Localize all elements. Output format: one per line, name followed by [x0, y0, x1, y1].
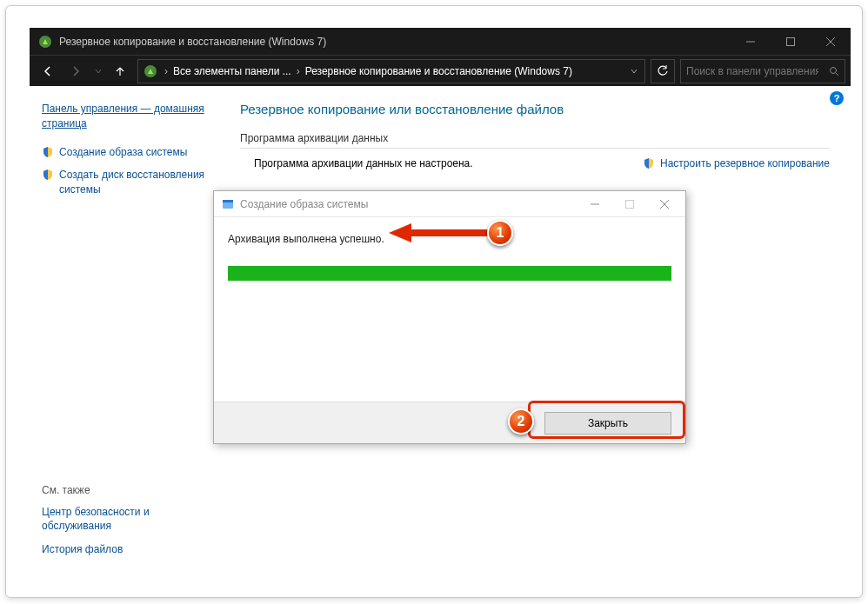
svg-rect-2 — [787, 37, 795, 45]
search-box[interactable] — [680, 59, 845, 83]
breadcrumb-icon — [144, 64, 157, 78]
svg-rect-9 — [223, 200, 233, 202]
shield-icon — [42, 146, 54, 158]
configure-backup-link[interactable]: Настроить резервное копирование — [643, 157, 830, 169]
forward-button[interactable] — [63, 59, 89, 83]
screenshot-frame: Резервное копирование и восстановление (… — [5, 5, 863, 598]
breadcrumb: › Все элементы панели ... › Резервное ко… — [138, 64, 624, 78]
svg-line-7 — [836, 73, 838, 76]
annotation-badge-2: 2 — [508, 408, 534, 435]
see-also-file-history-link[interactable]: История файлов — [42, 542, 207, 557]
section-label: Программа архивации данных — [240, 132, 830, 144]
page-heading: Резервное копирование или восстановление… — [240, 102, 830, 116]
status-row: Программа архивации данных не настроена.… — [240, 157, 830, 169]
back-button[interactable] — [35, 59, 61, 83]
shield-icon — [42, 169, 54, 181]
dialog-maximize-button — [612, 193, 647, 216]
address-bar[interactable]: › Все элементы панели ... › Резервное ко… — [137, 59, 645, 83]
sidebar-item-create-disc[interactable]: Создать диск восстановления системы — [42, 168, 207, 197]
configure-backup-label: Настроить резервное копирование — [660, 157, 830, 169]
shield-icon — [643, 157, 655, 169]
close-dialog-button[interactable]: Закрыть — [544, 412, 671, 435]
see-also-heading: См. также — [42, 484, 207, 496]
see-also-section: См. также Центр безопасности и обслужива… — [42, 484, 207, 566]
maximize-button[interactable] — [771, 28, 811, 55]
dialog-body: Архивация выполнена успешно. — [214, 217, 685, 402]
sidebar-link-create-image-label: Создание образа системы — [59, 145, 187, 160]
svg-point-6 — [831, 67, 837, 73]
dialog-title: Создание образа системы — [240, 198, 578, 210]
annotation-arrow-1 — [389, 223, 491, 242]
sidebar-item-create-image[interactable]: Создание образа системы — [42, 145, 207, 160]
titlebar: Резервное копирование и восстановление (… — [30, 28, 851, 55]
dialog-footer: Закрыть — [214, 402, 685, 443]
progress-bar — [228, 266, 671, 281]
chevron-right-icon: › — [295, 65, 302, 77]
dialog-controls — [578, 193, 682, 216]
dialog-icon — [221, 197, 235, 211]
minimize-button[interactable] — [731, 28, 771, 55]
breadcrumb-seg-2[interactable]: Резервное копирование и восстановление (… — [302, 65, 576, 77]
chevron-right-icon: › — [163, 65, 170, 77]
search-icon[interactable] — [824, 66, 845, 76]
svg-marker-15 — [389, 223, 411, 242]
svg-rect-11 — [626, 200, 634, 208]
up-button[interactable] — [108, 59, 132, 83]
window-title: Резервное копирование и восстановление (… — [59, 36, 731, 48]
status-text: Программа архивации данных не настроена. — [240, 157, 643, 169]
app-icon — [38, 35, 52, 49]
dialog-minimize-button[interactable] — [578, 193, 612, 216]
sidebar-link-create-disc-label: Создать диск восстановления системы — [59, 168, 207, 197]
dialog-close-button[interactable] — [647, 193, 682, 216]
dialog-titlebar: Создание образа системы — [214, 191, 685, 217]
home-link[interactable]: Панель управления — домашняя страница — [42, 102, 207, 131]
navbar: › Все элементы панели ... › Резервное ко… — [30, 55, 851, 86]
close-button[interactable] — [811, 28, 851, 55]
breadcrumb-dropdown[interactable] — [624, 68, 644, 75]
history-dropdown[interactable] — [90, 59, 106, 83]
annotation-badge-1: 1 — [487, 220, 513, 246]
sidebar: Панель управления — домашняя страница Со… — [30, 86, 219, 581]
divider — [240, 148, 830, 149]
window-controls — [731, 28, 851, 55]
search-input[interactable] — [681, 65, 824, 77]
breadcrumb-seg-1[interactable]: Все элементы панели ... — [170, 65, 295, 77]
refresh-button[interactable] — [651, 59, 675, 83]
see-also-security-link[interactable]: Центр безопасности и обслуживания — [42, 505, 207, 534]
